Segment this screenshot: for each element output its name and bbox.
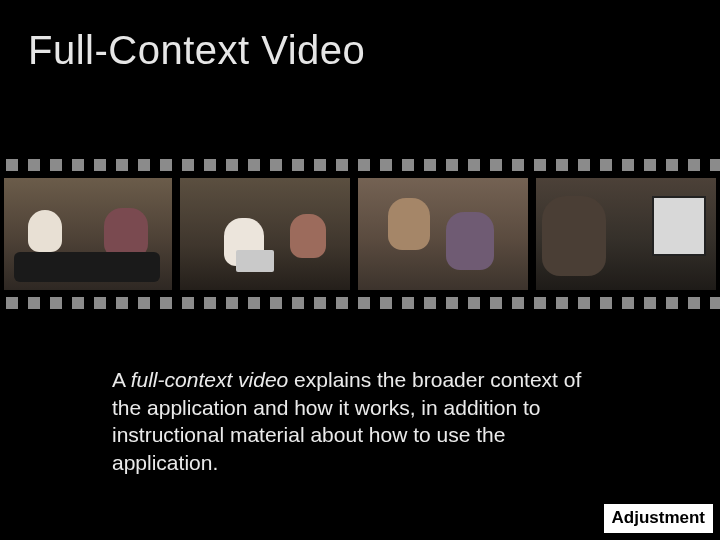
filmstrip-sprockets-top: [0, 155, 720, 175]
filmstrip-frame-4: [536, 178, 716, 290]
corner-label: Adjustment: [603, 503, 715, 534]
slide-body: A full-context video explains the broade…: [112, 366, 610, 477]
filmstrip-frame-2: [180, 178, 350, 290]
body-prefix: A: [112, 368, 131, 391]
slide-title: Full-Context Video: [28, 28, 365, 73]
filmstrip-frame-3: [358, 178, 528, 290]
filmstrip: [0, 155, 720, 313]
slide: Full-Context Video A full-context video …: [0, 0, 720, 540]
filmstrip-frames: [0, 175, 720, 293]
filmstrip-sprockets-bottom: [0, 293, 720, 313]
body-em: full-context video: [131, 368, 289, 391]
filmstrip-frame-1: [4, 178, 172, 290]
